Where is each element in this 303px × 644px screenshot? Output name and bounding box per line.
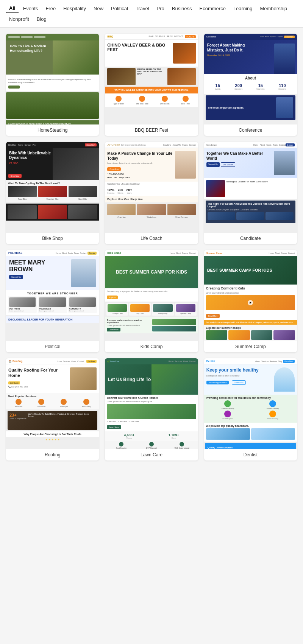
dent-provide-section: We provide top quality healthcare. (204, 423, 297, 442)
roof-proof: Why People Are Choosing Us For Their Roo… (6, 431, 99, 437)
bbq-mid-text: FRESH BEER ON TAP WILL BE POURING ALL DA… (137, 68, 166, 85)
card-political[interactable]: POLITICAL HomeAboutGoalsNewsContact Dona… (6, 250, 99, 352)
card-preview-life-coach: Jo Green Self Improvement & Wellness Coa… (105, 142, 198, 233)
sc-explore-img4 (273, 330, 295, 340)
card-label-conference: Conference (204, 124, 297, 136)
kc-family-img (153, 304, 172, 312)
roof-free-btn: Get Free (86, 360, 97, 363)
hs-btn (8, 86, 20, 89)
nav-nonprofit[interactable]: Nonprofit (6, 15, 32, 23)
lawn-btn: Learn More (107, 425, 121, 429)
nav-learning[interactable]: Learning (230, 4, 256, 13)
nav-membership[interactable]: Membership (257, 4, 290, 13)
conf-hero: Forget About Making Mistakes, Just Do It… (204, 40, 297, 74)
lc-explore: Explore How Can I Help You (105, 196, 198, 202)
pol-volunteer-img (39, 297, 66, 307)
lawn-convert: Convert Your Home Into A Green House! Lo… (105, 395, 198, 431)
roof-find-icon (83, 399, 89, 405)
cand-navbar: Candidate HomeAboutGoalsTeamContact Dona… (204, 142, 297, 148)
card-preview-lawn: 🌿 Lawn Care Home Services About Contact … (105, 358, 198, 449)
lc-services: Coaching Workshops Video Courses (105, 202, 198, 220)
card-label-summer-camp: Summer Camp (204, 341, 297, 352)
cand-outline-btn: Our Mission (221, 162, 236, 167)
hs-green-section: Homesteading is about living a self-suff… (6, 120, 99, 124)
nav-business[interactable]: Business (169, 4, 195, 13)
lc-stats: 98%Success 750Clients 20+Years (105, 186, 198, 196)
card-candidate[interactable]: Candidate HomeAboutGoalsTeamContact Dona… (204, 142, 297, 244)
dent-cta-banner: Quality Dental Services (205, 443, 296, 449)
lc-coaching-img (107, 204, 136, 215)
bbq-title: CHINO VALLEY BEER & BBQ FEST (107, 43, 170, 64)
nav-travel[interactable]: Travel (133, 4, 152, 13)
lc-phone: 103-460-7890 (107, 173, 172, 176)
nav-events[interactable]: Events (20, 4, 41, 13)
card-summer-camp[interactable]: Summer Camp HomeAboutCampsContact BEST S… (204, 250, 297, 352)
dent-pediatric-icon (269, 400, 276, 407)
conf-hero-text: Forget About Making Mistakes, Just Do It… (207, 43, 259, 53)
pol-logo: POLITICAL (8, 252, 22, 254)
card-dentist[interactable]: Dentist AboutServicesReviewsBlog Book No… (204, 358, 297, 460)
sc-hero: BEST SUMMER CAMP FOR KIDS (204, 256, 297, 285)
card-homesteading[interactable]: How To Live A Modern Homesteading Life? … (6, 34, 99, 136)
card-preview-political: POLITICAL HomeAboutGoalsNewsContact Dona… (6, 250, 99, 341)
bbq-stats: Type of Beer The Best Food Live Bands Be… (105, 93, 198, 107)
pol-donate-btn: Donate (87, 252, 97, 255)
pol-navbar: POLITICAL HomeAboutGoalsNewsContact Dona… (6, 250, 99, 256)
cand-fight-img1 (208, 212, 236, 220)
nav-hospitality[interactable]: Hospitality (60, 4, 89, 13)
card-kids-camp[interactable]: Kids Camp HomeAboutCampsContact BEST SUM… (105, 250, 198, 352)
card-roofing[interactable]: 🏠 Roofing HomeServicesAboutContact Get F… (6, 358, 99, 460)
card-lawn-care[interactable]: 🌿 Lawn Care Home Services About Contact … (105, 358, 198, 460)
sc-play-btn: ▶ (248, 300, 253, 305)
lc-hero-image (175, 151, 196, 179)
bbq-logo: BBQ (107, 35, 113, 38)
card-conference[interactable]: Conference Home About Speakers Agenda RE… (204, 34, 297, 136)
nav-new[interactable]: New (91, 4, 106, 13)
roof-commercial-icon (38, 399, 44, 405)
kc-immersive-images (152, 319, 196, 331)
pol-nav: HomeAboutGoalsNewsContact (56, 252, 86, 254)
lc-cta-btn: Consulting (107, 167, 121, 171)
roof-hero-image (70, 367, 97, 390)
kc-immersive: Discover an immersive camping experience… (105, 317, 198, 333)
card-bike-shop[interactable]: BikeShop HomeContactPro Shop Now Bike Wi… (6, 142, 99, 244)
pol-party-cards: OUR PARTY Lorem ipsum dolor sit VOLUNTEE… (8, 296, 97, 313)
nav-ecommerce[interactable]: Ecommerce (197, 4, 229, 13)
lc-workshops-img (137, 204, 166, 215)
kc-hero-text: BEST SUMMER CAMP FOR KIDS (108, 269, 195, 275)
sc-explore-img3 (251, 330, 273, 340)
kc-learn-btn: Learn More (107, 328, 120, 331)
cand-fight-img2 (236, 212, 264, 220)
bbq-middle: FRESH BEER ON TAP WILL BE POURING ALL DA… (105, 67, 198, 87)
conf-speaker-image (274, 44, 295, 74)
roof-navbar: 🏠 Roofing HomeServicesAboutContact Get F… (6, 358, 99, 364)
lawn-stats: 4,638+Projects 1,789+Clients (105, 431, 198, 441)
lc-hero-text: Make A Positive Change In Your Life Toda… (107, 151, 172, 179)
card-life-coach[interactable]: Jo Green Self Improvement & Wellness Coa… (105, 142, 198, 244)
dent-contact-btn: Contact Us (232, 380, 246, 385)
sc-play-section: ▶ (206, 295, 295, 310)
sc-explore-img1 (206, 330, 228, 340)
card-label-life-coach: Life Coach (105, 233, 198, 244)
dent-nav: AboutServicesReviewsBlog (255, 360, 282, 362)
cand-primary-btn: Support Us (206, 162, 220, 167)
bbq-food-image (173, 43, 196, 64)
dent-implants-icon (224, 411, 231, 417)
roof-services: Residential Commercial Roof Repair Find … (8, 399, 97, 408)
card-label-political: Political (6, 341, 99, 352)
cand-nav: HomeAboutGoalsTeamContact (253, 144, 286, 146)
bike-item1 (8, 186, 37, 197)
sc-explore: Explore our summer camps (204, 325, 297, 341)
nav-free[interactable]: Free (42, 4, 59, 13)
nav-political[interactable]: Political (108, 4, 131, 13)
pol-community-img (69, 297, 96, 307)
cand-hero-image (274, 151, 295, 175)
nav-blog[interactable]: Blog (34, 15, 50, 23)
nav-pro[interactable]: Pro (154, 4, 167, 13)
lc-transform: Transform Your Life & Live Your Dream (105, 182, 198, 186)
card-bbq[interactable]: BBQ HOMESCHEDULEPRICECONTACT TICKETS CHI… (105, 34, 198, 136)
card-label-bike: Bike Shop (6, 233, 99, 244)
kc-types: Overnight Camp Day Camp Family Camp Spec… (105, 302, 198, 317)
nav-all[interactable]: All (6, 4, 19, 13)
dent-hero-text: Keep your smile healthy Lorem ipsum dolo… (206, 367, 272, 392)
